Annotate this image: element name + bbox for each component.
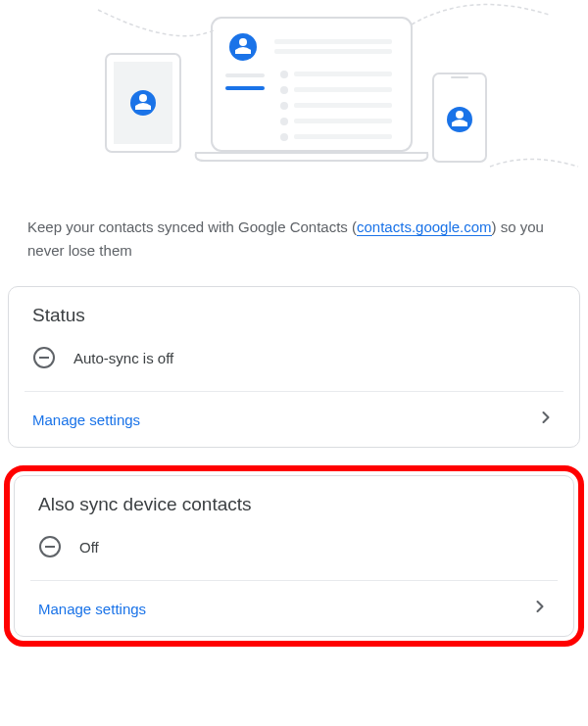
- svg-point-12: [280, 71, 288, 78]
- svg-point-14: [280, 86, 288, 94]
- sync-off-icon: [38, 535, 62, 558]
- device-contacts-card: Also sync device contacts Off Manage set…: [14, 475, 574, 637]
- device-status-row: Off: [15, 527, 573, 580]
- svg-rect-11: [225, 86, 265, 90]
- svg-point-26: [456, 111, 464, 119]
- svg-rect-8: [274, 39, 392, 44]
- sync-description: Keep your contacts synced with Google Co…: [0, 196, 588, 286]
- svg-point-18: [280, 118, 288, 125]
- svg-rect-17: [294, 103, 392, 108]
- svg-rect-13: [294, 72, 392, 76]
- manage-settings-button[interactable]: Manage settings: [9, 392, 579, 447]
- sync-off-icon: [32, 346, 56, 369]
- svg-rect-19: [294, 119, 392, 123]
- description-text-before: Keep your contacts synced with Google Co…: [27, 218, 357, 235]
- svg-point-7: [239, 38, 247, 46]
- contacts-link[interactable]: contacts.google.com: [357, 218, 492, 236]
- manage-settings-label: Manage settings: [32, 411, 140, 428]
- status-card: Status Auto-sync is off Manage settings: [8, 286, 580, 448]
- svg-point-16: [280, 102, 288, 110]
- svg-rect-24: [451, 76, 468, 78]
- device-status-text: Off: [79, 539, 99, 556]
- chevron-right-icon: [530, 597, 550, 620]
- chevron-right-icon: [536, 408, 556, 431]
- svg-point-3: [139, 94, 147, 102]
- device-manage-settings-label: Manage settings: [38, 601, 146, 617]
- device-contacts-title: Also sync device contacts: [15, 476, 573, 527]
- device-manage-settings-button[interactable]: Manage settings: [15, 581, 573, 636]
- svg-rect-9: [274, 49, 392, 54]
- svg-rect-21: [294, 134, 392, 139]
- status-card-title: Status: [9, 287, 579, 338]
- sync-illustration: [0, 0, 588, 196]
- svg-point-20: [280, 133, 288, 141]
- svg-rect-10: [225, 73, 265, 77]
- svg-rect-15: [294, 87, 392, 92]
- status-row: Auto-sync is off: [9, 338, 579, 391]
- status-text: Auto-sync is off: [74, 350, 173, 366]
- highlighted-section: Also sync device contacts Off Manage set…: [4, 465, 584, 647]
